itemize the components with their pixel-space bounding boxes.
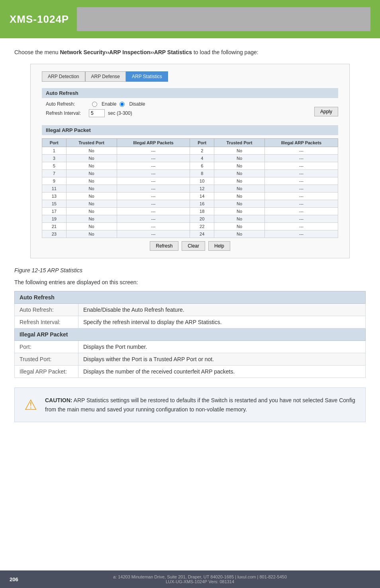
cell-arp1: --- [117,223,190,230]
cell-trusted1: No [66,208,117,215]
cell-trusted2: No [214,170,265,177]
col-port1: Port [42,139,67,147]
cell-trusted2: No [214,208,265,215]
info-value: Specify the refresh interval to display … [78,316,366,328]
cell-trusted2: No [214,200,265,208]
cell-arp1: --- [117,208,190,215]
cell-arp1: --- [117,155,190,162]
cell-port2: 2 [190,147,214,155]
cell-port2: 22 [190,223,214,230]
cell-arp1: --- [117,230,190,238]
footer-info: a: 14203 Minuteman Drive, Suite 201, Dra… [29,574,370,584]
col-trusted1: Trusted Port [66,139,117,147]
info-value: Displays the Port number. [78,341,366,353]
cell-trusted1: No [66,215,117,223]
cell-port2: 10 [190,177,214,185]
caution-text: CAUTION: ARP Statistics settings will be… [45,396,356,414]
header-gray-bar [77,7,370,31]
illegal-arp-header: Illegal ARP Packet [42,125,338,135]
cell-arp1: --- [117,162,190,170]
cell-port1: 11 [42,185,67,193]
intro-text-before: Choose the menu [14,49,60,55]
caution-icon: ⚠ [24,397,37,413]
refresh-interval-row: Refresh Interval: sec (3-300) [42,109,145,117]
table-row: 19 No --- 20 No --- [42,215,338,223]
tab-arp-detection[interactable]: ARP Detection [42,71,85,82]
cell-trusted2: No [214,223,265,230]
col-trusted2: Trusted Port [214,139,265,147]
tab-arp-defense[interactable]: ARP Defense [85,71,126,82]
cell-port2: 24 [190,230,214,238]
info-label: Port: [15,341,78,353]
cell-arp1: --- [117,215,190,223]
cell-arp2: --- [264,185,338,193]
info-table-row: Port: Displays the Port number. [15,341,366,353]
info-section-header: Auto Refresh [15,291,366,304]
cell-arp2: --- [264,170,338,177]
col-arp1: Illegal ARP Packets [117,139,190,147]
cell-arp2: --- [264,147,338,155]
cell-arp2: --- [264,162,338,170]
auto-refresh-radio-group: Enable Disable [92,101,145,107]
refresh-interval-input[interactable] [89,109,105,117]
main-content: Choose the menu Network Security››ARP In… [0,38,380,441]
auto-refresh-header: Auto Refresh [42,88,338,98]
screenshot-panel: ARP Detection ARP Defense ARP Statistics… [30,64,350,258]
cell-port2: 20 [190,215,214,223]
help-button[interactable]: Help [208,241,230,251]
cell-port2: 18 [190,208,214,215]
interval-unit: sec (3-300) [108,110,132,116]
info-table-row: Illegal ARP Packet: Displays the number … [15,366,366,378]
cell-arp2: --- [264,155,338,162]
disable-label: Disable [129,101,145,107]
cell-trusted1: No [66,223,117,230]
table-row: 9 No --- 10 No --- [42,177,338,185]
info-section-header: Illegal ARP Packet [15,328,366,341]
cell-port1: 21 [42,223,67,230]
caution-box: ⚠ CAUTION: ARP Statistics settings will … [14,387,366,422]
info-value: Enable/Disable the Auto Refresh feature. [78,304,366,316]
intro-text-after: to load the following page: [192,49,259,55]
page-header: XMS-1024P [0,0,380,38]
info-table-row: Trusted Port: Displays wither the Port i… [15,353,366,366]
enable-radio[interactable] [92,102,97,107]
cell-arp1: --- [117,200,190,208]
caution-body: ARP Statistics settings will be restored… [45,397,355,412]
cell-port2: 16 [190,200,214,208]
cell-arp1: --- [117,193,190,200]
info-value: Displays the number of the received coun… [78,366,366,378]
col-arp2: Illegal ARP Packets [264,139,338,147]
cell-trusted2: No [214,162,265,170]
caution-label: CAUTION: [45,397,72,403]
info-label: Trusted Port: [15,353,78,366]
cell-port1: 3 [42,155,67,162]
cell-port1: 13 [42,193,67,200]
intro-bold: Network Security››ARP Inspection››ARP St… [60,49,192,55]
cell-trusted1: No [66,193,117,200]
cell-port1: 7 [42,170,67,177]
cell-arp1: --- [117,177,190,185]
disable-radio[interactable] [119,102,125,107]
cell-port2: 14 [190,193,214,200]
cell-trusted2: No [214,155,265,162]
info-table-row: Refresh Interval: Specify the refresh in… [15,316,366,328]
tab-bar: ARP Detection ARP Defense ARP Statistics [42,71,338,82]
cell-arp2: --- [264,208,338,215]
cell-port2: 6 [190,162,214,170]
enable-label: Enable [102,101,116,107]
cell-trusted1: No [66,155,117,162]
cell-arp2: --- [264,193,338,200]
tab-arp-statistics[interactable]: ARP Statistics [126,71,168,82]
refresh-button[interactable]: Refresh [150,241,178,251]
cell-port1: 1 [42,147,67,155]
cell-trusted1: No [66,170,117,177]
arp-table: Port Trusted Port Illegal ARP Packets Po… [42,138,338,238]
intro-paragraph: Choose the menu Network Security››ARP In… [14,48,366,57]
table-row: 7 No --- 8 No --- [42,170,338,177]
auto-refresh-row: Auto Refresh: Enable Disable [42,101,145,107]
apply-button[interactable]: Apply [314,107,338,116]
refresh-interval-label: Refresh Interval: [46,110,86,116]
cell-trusted2: No [214,177,265,185]
clear-button[interactable]: Clear [182,241,205,251]
cell-trusted2: No [214,215,265,223]
